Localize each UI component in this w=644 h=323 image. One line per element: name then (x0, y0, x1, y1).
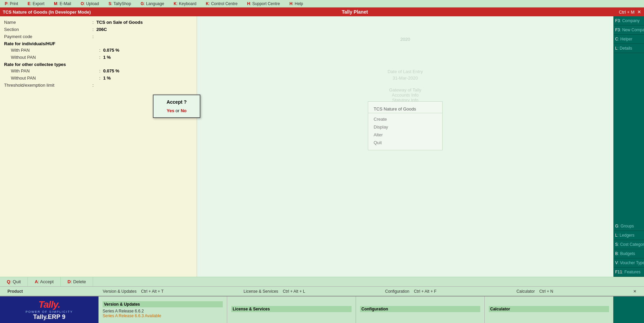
menu-print[interactable]: P: Print (0, 1, 23, 7)
ctrl-m-label: Ctrl + M (619, 10, 634, 15)
calc-close[interactable]: ✕ (628, 288, 641, 294)
menu-box-title: TCS Nature of Goods (368, 105, 442, 113)
without-pan-label: Without PAN (11, 55, 99, 60)
sidebar-details[interactable]: L: Details (614, 44, 644, 53)
name-row: Name : TCS on Sale of Goods (4, 20, 193, 25)
menu-tallyshop[interactable]: S: TallyShop (104, 1, 136, 7)
bottom-bar: Q: Quit A: Accept D: Delete (0, 277, 644, 286)
tcs-menu-box: TCS Nature of Goods Create Display Alter… (368, 101, 443, 150)
product-version-section: Version & Updates Series A Release 6.6.2… (99, 296, 227, 323)
accept-options: Yes or No (157, 108, 196, 113)
section-value: 206C (96, 27, 107, 32)
sidebar-helper[interactable]: C: Helper (614, 35, 644, 44)
accept-question: Accept ? (157, 99, 196, 105)
window-title-center: Tally Planet (342, 9, 368, 15)
with-pan-value: 0.075 % (103, 48, 120, 53)
calc-title: Calculator (489, 306, 609, 312)
product-logo: Tally. POWER OF SIMPLICITY Tally.ERP 9 (0, 296, 99, 323)
with-pan-label: With PAN (11, 48, 99, 53)
menu-control-centre[interactable]: K: Control Centre (201, 1, 242, 7)
top-menu-bar: P: Print E: Export M: E-Mail O: Upload S… (0, 0, 644, 7)
menu-display[interactable]: Display (368, 123, 442, 131)
threshold-row: Threshold/exemption limit : (4, 83, 193, 88)
without-pan-other-label: Without PAN (11, 75, 99, 81)
accept-dialog: Accept ? Yes or No (153, 95, 200, 118)
sidebar-cost-category[interactable]: S: Cost Category (614, 240, 644, 249)
product-bar: Tally. POWER OF SIMPLICITY Tally.ERP 9 V… (0, 296, 644, 323)
rate-other-header: Rate for other collectee types (4, 62, 193, 67)
version-updates[interactable]: Version & Updates Ctrl + Alt + T (98, 288, 168, 294)
payment-code-row: Payment code : (4, 34, 193, 39)
product-config-section: Configuration (356, 296, 485, 323)
rate-individuals-header: Rate for individuals/HUF (4, 41, 193, 46)
sidebar-voucher-types[interactable]: V: Voucher Types (614, 258, 644, 268)
quit-button[interactable]: Q: Quit (0, 277, 28, 286)
sidebar-features[interactable]: F11: Features (614, 268, 644, 277)
menu-keyboard[interactable]: K: Keyboard (169, 1, 201, 7)
bottom-right-sidebar (613, 296, 644, 323)
menu-alter[interactable]: Alter (368, 131, 442, 139)
main-layout: Name : TCS on Sale of Goods Section : 20… (0, 16, 644, 277)
menu-language[interactable]: G: Language (136, 1, 169, 7)
menu-create[interactable]: Create (368, 115, 442, 123)
payment-code-label: Payment code (4, 34, 92, 39)
close-button[interactable]: ✕ (637, 9, 641, 15)
year-label: 2020 (400, 37, 410, 42)
without-pan-other-value: 1 % (103, 75, 111, 81)
with-pan-other-label: With PAN (11, 68, 99, 73)
menu-quit[interactable]: Quit (368, 139, 442, 147)
version-available: Series A Release 6.6.3 Available (103, 313, 223, 318)
menu-help[interactable]: H: Help (285, 1, 308, 7)
accept-or: or (176, 108, 181, 113)
with-pan-other-value: 0.075 % (103, 68, 120, 73)
delete-button[interactable]: D: Delete (61, 277, 93, 286)
accept-no[interactable]: No (181, 108, 186, 113)
window-title-right: Ctrl + M ✕ (619, 9, 641, 15)
right-sidebar: F3: Company F3: New Company C: Helper L:… (613, 16, 644, 277)
name-value: TCS on Sale of Goods (96, 20, 143, 25)
without-pan-value: 1 % (103, 55, 111, 60)
version-title: Version & Updates (103, 301, 223, 307)
accounts-info-label: Accounts Info (392, 92, 419, 98)
menu-export[interactable]: E: Export (23, 1, 49, 7)
version-current: Series A Release 6.6.2 (103, 309, 223, 313)
section-label: Section (4, 27, 92, 32)
product-license-section: License & Services (227, 296, 356, 323)
menu-support-centre[interactable]: H: Support Centre (242, 1, 285, 7)
accept-button[interactable]: A: Accept (28, 277, 61, 286)
name-label: Name (4, 20, 92, 25)
tally-tagline: POWER OF SIMPLICITY (25, 310, 73, 313)
without-pan-row: Without PAN : 1 % (4, 55, 193, 60)
date-of-last-entry-label: Date of Last Entry (388, 69, 423, 74)
with-pan-row: With PAN : 0.075 % (4, 48, 193, 53)
threshold-label: Threshold/exemption limit (4, 83, 92, 88)
calculator[interactable]: Calculator Ctrl + N (512, 288, 558, 294)
section-row: Section : 206C (4, 27, 193, 32)
license-title: License & Services (231, 306, 352, 312)
with-pan-other-row: With PAN : 0.075 % (4, 68, 193, 73)
tally-logo: Tally. (38, 299, 60, 310)
gateway-label: Gateway of Tally (389, 87, 421, 92)
configuration[interactable]: Configuration Ctrl + Alt + F (380, 288, 441, 294)
form-panel: Name : TCS on Sale of Goods Section : 20… (0, 16, 197, 277)
tally-erp-label: Tally.ERP 9 (33, 313, 65, 321)
sidebar-budgets[interactable]: B: Budgets (614, 249, 644, 258)
config-title: Configuration (360, 306, 480, 312)
sidebar-groups[interactable]: G: Groups (614, 222, 644, 231)
without-pan-other-row: Without PAN : 1 % (4, 75, 193, 81)
calc-bar: Product Version & Updates Ctrl + Alt + T… (0, 286, 644, 296)
title-bar: TCS Nature of Goods (In Developer Mode) … (0, 7, 644, 16)
accept-yes[interactable]: Yes (167, 108, 174, 113)
window-title-left: TCS Nature of Goods (In Developer Mode) (3, 10, 91, 15)
menu-email[interactable]: M: E-Mail (49, 1, 76, 7)
license-services[interactable]: License & Services Ctrl + Alt + L (239, 288, 310, 294)
sidebar-ledgers[interactable]: L: Ledgers (614, 231, 644, 240)
sidebar-company[interactable]: F3: Company (614, 16, 644, 26)
menu-upload[interactable]: O: Upload (76, 1, 104, 7)
product-calc-section: Calculator (485, 296, 613, 323)
sidebar-new-company[interactable]: F3: New Company (614, 26, 644, 35)
center-panel: 2020 Date of Last Entry 31-Mar-2020 Gate… (197, 16, 613, 277)
date-of-last-entry: 31-Mar-2020 (393, 75, 418, 81)
product-label: Product (3, 288, 28, 294)
